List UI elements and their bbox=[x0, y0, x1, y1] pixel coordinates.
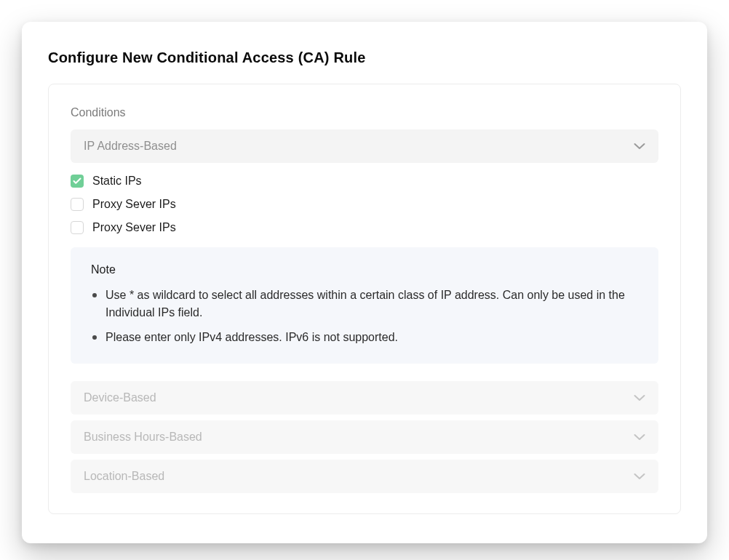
note-title: Note bbox=[91, 263, 638, 276]
checkbox-input[interactable] bbox=[71, 175, 84, 188]
accordion-header-label: Business Hours-Based bbox=[84, 431, 202, 444]
chevron-down-icon bbox=[634, 143, 645, 150]
checkbox-label: Proxy Sever IPs bbox=[92, 221, 176, 234]
checkbox-input[interactable] bbox=[71, 221, 84, 234]
checkbox-row-static-ips[interactable]: Static IPs bbox=[71, 175, 658, 188]
conditions-panel: Conditions IP Address-Based Static IPs P… bbox=[48, 84, 681, 514]
accordion-business-hours-based[interactable]: Business Hours-Based bbox=[71, 420, 658, 454]
collapsed-accordions: Device-Based Business Hours-Based Locati… bbox=[71, 381, 658, 493]
accordion-device-based[interactable]: Device-Based bbox=[71, 381, 658, 415]
note-list: Use * as wildcard to select all addresse… bbox=[91, 287, 638, 346]
chevron-down-icon bbox=[634, 473, 645, 480]
page-title: Configure New Conditional Access (CA) Ru… bbox=[48, 49, 681, 66]
checkbox-row-proxy-server-ips-2[interactable]: Proxy Sever IPs bbox=[71, 221, 658, 234]
chevron-down-icon bbox=[634, 394, 645, 401]
accordion-location-based[interactable]: Location-Based bbox=[71, 460, 658, 493]
checkbox-input[interactable] bbox=[71, 198, 84, 211]
accordion-header-label: Device-Based bbox=[84, 391, 156, 404]
conditions-label: Conditions bbox=[71, 106, 658, 119]
accordion-header-label: Location-Based bbox=[84, 470, 164, 483]
checkbox-label: Static IPs bbox=[92, 175, 142, 188]
note-item: Please enter only IPv4 addresses. IPv6 i… bbox=[91, 329, 638, 346]
note-item: Use * as wildcard to select all addresse… bbox=[91, 287, 638, 321]
accordion-ip-address-based[interactable]: IP Address-Based bbox=[71, 129, 658, 163]
note-box: Note Use * as wildcard to select all add… bbox=[71, 247, 658, 364]
chevron-down-icon bbox=[634, 433, 645, 441]
accordion-header-label: IP Address-Based bbox=[84, 140, 177, 153]
ip-type-checkbox-group: Static IPs Proxy Sever IPs Proxy Sever I… bbox=[71, 175, 658, 234]
dialog-card: Configure New Conditional Access (CA) Ru… bbox=[22, 22, 707, 543]
checkbox-label: Proxy Sever IPs bbox=[92, 198, 176, 211]
checkbox-row-proxy-server-ips-1[interactable]: Proxy Sever IPs bbox=[71, 198, 658, 211]
